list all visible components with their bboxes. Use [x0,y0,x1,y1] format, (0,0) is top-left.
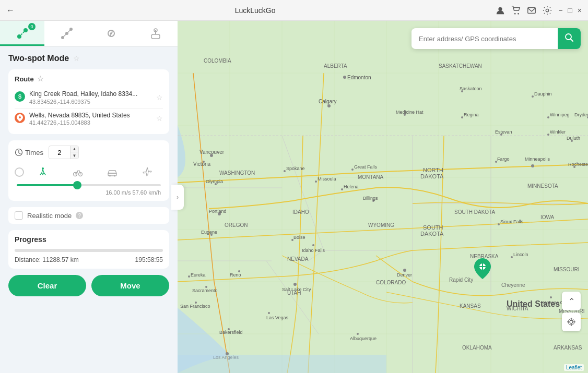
tab-joystick[interactable] [133,21,178,46]
mode-tabs: 0 [0,21,178,46]
svg-point-70 [327,104,331,107]
left-panel: 0 [0,21,178,373]
svg-text:Winkler: Winkler [550,129,566,135]
two-spot-icon [15,26,30,41]
close-button[interactable]: × [578,6,582,15]
cart-icon[interactable] [511,6,521,15]
svg-text:MINNESOTA: MINNESOTA [527,183,558,189]
transport-walk[interactable] [27,165,59,179]
map-search-input[interactable] [411,30,558,48]
end-location-info: Wells, Nevada 89835, United States 41.44… [29,112,152,126]
map-locate[interactable] [562,312,581,331]
svg-text:WASHINGTON: WASHINGTON [219,170,255,176]
realistic-mode-checkbox[interactable] [15,211,23,220]
collapse-panel-handle[interactable]: › [171,185,184,210]
svg-text:SOUTH: SOUTH [423,224,443,231]
times-label: Times [15,148,43,157]
progress-info-row: Distance: 11288.57 km 195:58:55 [15,256,163,263]
realistic-mode-label: Realistic mode [27,212,72,220]
transport-bike[interactable] [62,165,94,179]
mode-title-row: Two-spot Mode ☆ [8,54,169,63]
svg-text:ALBERTA: ALBERTA [324,63,347,69]
realistic-mode-info-icon[interactable]: ? [76,212,83,219]
svg-point-1 [514,13,516,14]
svg-text:Medicine Hat: Medicine Hat [396,110,424,115]
start-location-info: King Creek Road, Hailey, Idaho 8334... 4… [29,90,152,105]
svg-text:Helena: Helena [344,184,359,189]
map-controls: ⌃ [562,292,581,331]
svg-point-0 [499,7,502,10]
mode-favorite-star[interactable]: ☆ [73,54,80,63]
start-location-star[interactable]: ☆ [156,93,163,102]
svg-text:Lincoln: Lincoln [513,252,528,257]
svg-text:Reno: Reno [230,272,241,278]
times-input[interactable]: 2 [49,147,70,158]
multi-spot-icon [60,26,74,41]
svg-text:Eureka: Eureka [191,272,206,278]
map-area: WASHINGTON OREGON IDAHO NEVADA UTAH WYOM… [178,21,588,373]
clear-button[interactable]: Clear [8,275,86,296]
svg-point-155 [570,320,573,323]
svg-point-138 [547,116,549,118]
svg-text:Minneapolis: Minneapolis [525,157,550,162]
route-star[interactable]: ☆ [37,75,44,83]
svg-text:SOUTH DAKOTA: SOUTH DAKOTA [454,209,495,215]
tab-jump[interactable] [89,21,133,46]
back-button[interactable]: ← [6,6,15,15]
window-controls: − □ × [558,6,582,15]
svg-text:Albuquerque: Albuquerque [350,336,377,341]
map-search-button[interactable] [558,28,581,49]
tab-multi-spot[interactable] [44,21,89,46]
mail-icon[interactable] [527,6,536,15]
speed-cycle-icon[interactable] [15,167,24,177]
progress-title: Progress [15,235,163,244]
map-marker [474,258,491,279]
svg-text:United States: United States [507,299,560,308]
settings-icon[interactable] [543,6,552,15]
times-decrement[interactable]: ▼ [70,152,78,159]
svg-text:Boise: Boise [293,235,305,240]
svg-rect-12 [151,34,160,39]
svg-text:COLORADO: COLORADO [376,280,406,285]
transport-plane[interactable] [132,164,163,180]
minimize-button[interactable]: − [558,6,562,15]
times-section: Times 2 ▲ ▼ [8,140,169,201]
svg-rect-23 [178,21,588,373]
svg-point-132 [461,116,463,118]
end-location-coords: 41.442726,-115.004883 [29,119,152,126]
move-button[interactable]: Move [91,275,169,296]
svg-text:Rochester: Rochester [568,162,588,167]
svg-text:Calgary: Calgary [319,99,336,104]
transport-car[interactable] [97,164,128,180]
svg-rect-153 [178,355,386,373]
maximize-button[interactable]: □ [568,6,572,15]
start-location-name: King Creek Road, Hailey, Idaho 8334... [29,90,152,99]
svg-point-116 [498,223,500,225]
map-attribution: Leaflet [564,364,584,371]
svg-text:OKLAHOMA: OKLAHOMA [462,345,492,351]
end-location-item: Wells, Nevada 89835, United States 41.44… [15,109,163,129]
end-location-star[interactable]: ☆ [156,114,163,123]
map-background: WASHINGTON OREGON IDAHO NEVADA UTAH WYOM… [178,21,588,373]
svg-text:SASKATCHEWAN: SASKATCHEWAN [439,63,482,69]
map-zoom-in[interactable]: ⌃ [562,292,581,310]
svg-text:COLOMBIA: COLOMBIA [204,58,231,64]
start-location-item: S King Creek Road, Hailey, Idaho 8334...… [15,87,163,109]
mode-title: Two-spot Mode [8,54,69,63]
profile-icon[interactable] [496,6,505,15]
end-location-name: Wells, Nevada 89835, United States [29,112,152,120]
times-increment[interactable]: ▲ [70,146,78,152]
svg-point-90 [351,169,354,171]
svg-point-136 [532,95,534,98]
tab-two-spot[interactable]: 0 [0,21,44,46]
svg-text:Saskatoon: Saskatoon [460,86,482,91]
svg-text:Edmonton: Edmonton [347,75,371,80]
svg-text:Spokane: Spokane [286,166,305,171]
svg-text:MONTANA: MONTANA [358,174,384,180]
svg-text:Dauphin: Dauphin [534,91,552,97]
times-input-wrap: 2 ▲ ▼ [49,146,79,159]
svg-text:Fargo: Fargo [497,157,510,162]
progress-distance: Distance: 11288.57 km [15,256,79,263]
leaflet-link[interactable]: Leaflet [566,365,582,370]
svg-point-128 [357,333,359,335]
